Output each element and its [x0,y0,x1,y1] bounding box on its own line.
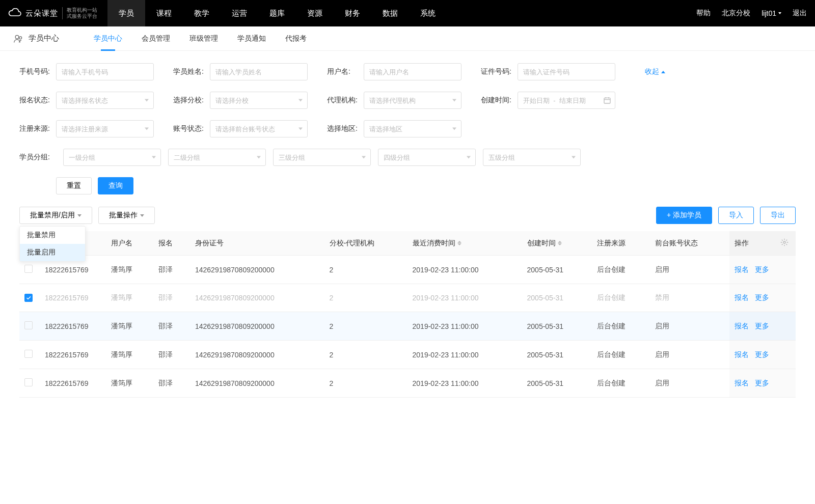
enroll-select[interactable] [56,92,154,109]
enroll-link[interactable]: 报名 [735,293,749,301]
col-createtime[interactable]: 创建时间 [522,231,592,256]
cell-enroll: 邵泽 [153,369,190,398]
group5-select[interactable] [483,149,581,166]
enroll-link[interactable]: 报名 [735,350,749,358]
filter-branch: 选择分校: [173,92,308,109]
sub-nav-item[interactable]: 班级管理 [189,26,218,51]
cell-branch: 2 [324,312,408,341]
more-link[interactable]: 更多 [755,322,769,330]
row-checkbox[interactable] [24,294,33,302]
chevron-down-icon [77,214,82,217]
chevron-up-icon [661,71,665,73]
export-button[interactable]: 导出 [760,207,796,224]
reset-button[interactable]: 重置 [56,177,92,194]
region-select[interactable] [364,120,461,137]
row-checkbox[interactable] [24,265,33,273]
enroll-link[interactable]: 报名 [735,322,749,330]
idno-input[interactable] [518,63,615,80]
user-menu[interactable]: lijt01 [762,9,781,17]
cell-enroll: 邵泽 [153,284,190,312]
logout-link[interactable]: 退出 [793,9,807,18]
group2-select[interactable] [168,149,266,166]
logo-text: 云朵课堂 [25,9,58,18]
acctstatus-select[interactable] [210,120,308,137]
regsrc-select[interactable] [56,120,154,137]
logo-subtitle: 教育机构一站 式服务云平台 [67,7,97,19]
main-menu-item[interactable]: 数据 [371,0,409,26]
cell-phone: 18222615769 [40,341,106,369]
group3-select[interactable] [273,149,371,166]
main-menu-item[interactable]: 系统 [409,0,447,26]
batch-enable-item[interactable]: 批量启用 [20,244,85,261]
sub-nav-item[interactable]: 学员中心 [94,26,122,51]
main-menu-item[interactable]: 教学 [183,0,221,26]
add-student-button[interactable]: + 添加学员 [656,207,712,224]
sub-nav-items: 学员中心会员管理班级管理学员通知代报考 [94,26,307,51]
table-row: 18222615769 潘筠厚 邵泽 14262919870809200000 … [19,312,796,341]
query-button[interactable]: 查询 [98,177,133,194]
row-checkbox[interactable] [24,321,33,329]
caret-down-icon [778,12,781,14]
row-checkbox[interactable] [24,378,33,386]
main-menu-item[interactable]: 学员 [107,0,145,26]
main-menu-item[interactable]: 题库 [258,0,296,26]
col-regsrc: 注册来源 [592,231,650,256]
cell-username: 潘筠厚 [106,369,153,398]
cell-username: 潘筠厚 [106,341,153,369]
sub-nav-item[interactable]: 学员通知 [237,26,266,51]
cell-idno: 14262919870809200000 [190,256,324,284]
cell-phone: 18222615769 [40,312,106,341]
more-link[interactable]: 更多 [755,379,769,387]
enroll-link[interactable]: 报名 [735,265,749,273]
help-link[interactable]: 帮助 [696,9,711,18]
branch-link[interactable]: 北京分校 [722,9,750,18]
cell-createtime: 2005-05-31 [522,341,592,369]
filter-create-time: 创建时间: [481,92,615,109]
import-button[interactable]: 导入 [718,207,754,224]
batch-toggle-button[interactable]: 批量禁用/启用 [19,207,92,224]
phone-input[interactable] [56,63,154,80]
sort-icon [558,241,562,245]
agency-select[interactable] [364,92,461,109]
more-link[interactable]: 更多 [755,265,769,273]
main-menu-item[interactable]: 财务 [334,0,371,26]
cell-lastcons: 2019-02-23 11:00:00 [408,341,522,369]
top-nav: 云朵课堂 教育机构一站 式服务云平台 学员课程教学运营题库资源财务数据系统 帮助… [0,0,815,26]
sub-nav-item[interactable]: 代报考 [285,26,307,51]
cell-idno: 14262919870809200000 [190,284,324,312]
main-menu-item[interactable]: 运营 [221,0,258,26]
filter-enroll-status: 报名状态: [19,92,154,109]
name-input[interactable] [210,63,308,80]
col-lastcons[interactable]: 最近消费时间 [408,231,522,256]
more-link[interactable]: 更多 [755,293,769,301]
cell-enroll: 邵泽 [153,341,190,369]
branch-select[interactable] [210,92,308,109]
cell-regsrc: 后台创建 [592,284,650,312]
svg-point-1 [19,36,22,39]
group4-select[interactable] [378,149,476,166]
main-menu-item[interactable]: 课程 [145,0,183,26]
create-date-picker[interactable] [518,92,615,109]
cell-idno: 14262919870809200000 [190,341,324,369]
enroll-link[interactable]: 报名 [735,379,749,387]
logo-divider [62,7,63,19]
cell-username: 潘筠厚 [106,284,153,312]
cell-regsrc: 后台创建 [592,312,650,341]
username-input[interactable] [364,63,461,80]
sub-nav-item[interactable]: 会员管理 [142,26,170,51]
group1-select[interactable] [63,149,161,166]
collapse-button[interactable]: 收起 [645,67,665,76]
col-username: 用户名 [106,231,153,256]
filter-username: 用户名: [327,63,461,80]
main-menu-item[interactable]: 资源 [296,0,334,26]
cell-acctstatus: 禁用 [650,284,729,312]
cell-lastcons: 2019-02-23 11:00:00 [408,312,522,341]
students-table: 用户名 报名 身份证号 分校-代理机构 最近消费时间 创建时间 注册来源 前台账… [19,231,796,398]
cell-acctstatus: 启用 [650,312,729,341]
more-link[interactable]: 更多 [755,350,769,358]
batch-disable-item[interactable]: 批量禁用 [20,227,85,244]
cell-branch: 2 [324,256,408,284]
batch-ops-button[interactable]: 批量操作 [98,207,155,224]
gear-icon[interactable] [780,238,789,246]
row-checkbox[interactable] [24,350,33,358]
